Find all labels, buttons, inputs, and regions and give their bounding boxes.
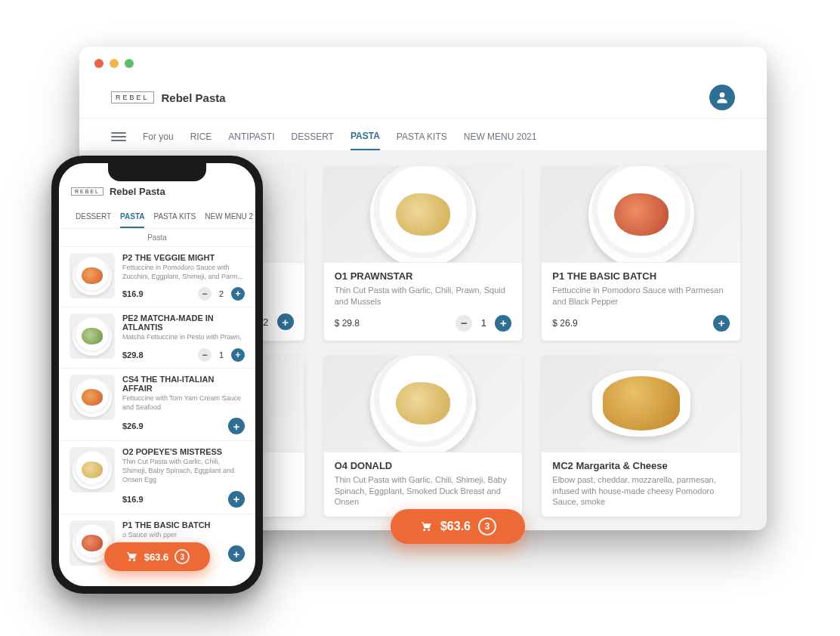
brand: REBEL Rebel Pasta [111,91,226,104]
minimize-dot[interactable] [110,59,119,68]
card-image [324,356,523,452]
card-description: Fettuccine in Pomodoro Sauce with Parmes… [552,285,730,307]
item-description: Thin Cut Pasta with Garlic, Chili, Shime… [122,458,245,484]
card-price: $ 26.9 [552,318,577,329]
account-avatar[interactable] [709,85,735,110]
quantity-value: 1 [480,317,487,329]
card-description: Thin Cut Pasta with Garlic, Chili, Prawn… [335,285,512,307]
item-title: O2 POPEYE'S MISTRESS [122,447,245,456]
card-description: Elbow past, cheddar, mozzarella, parmesa… [552,474,730,508]
item-price: $29.8 [122,350,144,360]
item-price: $26.9 [122,421,144,431]
mobile-tab-dessert[interactable]: DESSERT [76,206,111,228]
quantity-value: 1 [218,350,225,360]
mobile-tab-pasta-kits[interactable]: PASTA KITS [153,206,196,228]
mobile-device: REBEL Rebel Pasta DESSERTPASTAPASTA KITS… [51,156,263,594]
card-title: MC2 Margarita & Cheese [552,460,730,471]
mobile-brand-name: Rebel Pasta [110,186,165,197]
item-description: Matcha Fettuccine in Pesto with Prawn, [122,333,245,342]
decrement-button[interactable]: − [198,348,212,362]
tab-antipasti[interactable]: ANTIPASTI [228,124,274,150]
brand-logo: REBEL [111,91,154,103]
menu-card[interactable]: O4 DONALDThin Cut Pasta with Garlic, Chi… [324,356,523,517]
mobile-tab-new-menu-2[interactable]: NEW MENU 2 [205,206,253,228]
tab-new-menu-2021[interactable]: NEW MENU 2021 [464,124,537,150]
tab-pasta-kits[interactable]: PASTA KITS [397,124,447,150]
phone-notch [108,163,206,181]
increment-button[interactable]: + [231,348,245,362]
card-title: P1 THE BASIC BATCH [552,270,730,282]
mobile-brand-logo: REBEL [71,187,103,196]
menu-card[interactable]: O1 PRAWNSTARThin Cut Pasta with Garlic, … [324,166,523,341]
cart-icon [419,520,433,533]
svg-point-0 [720,92,725,97]
add-button[interactable]: + [228,418,245,434]
menu-card[interactable]: P1 THE BASIC BATCHFettuccine in Pomodoro… [542,166,740,341]
section-label: Pasta [59,229,255,246]
window-controls [79,47,767,68]
category-tabs: For youRICEANTIPASTIDESSERTPASTAPASTA KI… [79,118,767,151]
decrement-button[interactable]: − [198,287,212,301]
item-title: P2 THE VEGGIE MIGHT [122,253,245,262]
decrement-button[interactable]: − [456,315,472,332]
item-description: o Sauce with pper [122,531,245,540]
cart-icon [125,550,138,563]
item-description: Fettuccine in Pomodoro Sauce with Zucchi… [122,264,245,281]
user-icon [715,90,730,105]
tab-dessert[interactable]: DESSERT [291,124,333,150]
card-image [542,356,740,452]
card-price: $ 29.8 [335,318,360,329]
brand-name: Rebel Pasta [162,91,226,104]
menu-icon[interactable] [111,132,126,141]
add-button[interactable]: + [228,491,245,508]
item-image [69,253,115,298]
card-image [542,166,740,263]
close-dot[interactable] [94,59,103,68]
cart-button[interactable]: $63.6 3 [391,509,525,544]
card-image [324,166,523,263]
tab-rice[interactable]: RICE [190,124,212,150]
item-image [69,375,115,420]
zoom-dot[interactable] [125,59,134,68]
add-button[interactable]: + [713,315,730,332]
item-image [69,447,115,492]
quantity-value: 2 [218,289,225,298]
increment-button[interactable]: + [277,313,294,330]
list-item[interactable]: P2 THE VEGGIE MIGHTFettuccine in Pomodor… [59,246,255,307]
card-title: O4 DONALD [335,460,512,471]
mobile-cart-button[interactable]: $63.6 3 [104,542,210,571]
item-description: Fettuccine with Tom Yam Cream Sauce and … [122,394,245,412]
mobile-item-list: P2 THE VEGGIE MIGHTFettuccine in Pomodor… [59,246,255,572]
item-title: CS4 THE THAI-ITALIAN AFFAIR [122,375,245,393]
menu-card[interactable]: MC2 Margarita & CheeseElbow past, chedda… [542,356,740,517]
increment-button[interactable]: + [231,287,245,301]
tab-pasta[interactable]: PASTA [351,123,380,150]
mobile-tabs: DESSERTPASTAPASTA KITSNEW MENU 2 [59,203,255,229]
mobile-tab-pasta[interactable]: PASTA [120,206,144,228]
item-title: P1 THE BASIC BATCH [122,520,245,529]
list-item[interactable]: PE2 MATCHA-MADE IN ATLANTISMatcha Fettuc… [59,307,255,368]
card-description: Thin Cut Pasta with Garlic, Chili, Shime… [335,474,512,508]
tab-for-you[interactable]: For you [143,124,174,150]
item-price: $16.9 [122,289,144,298]
item-price: $16.9 [122,495,144,504]
cart-count: 3 [478,517,496,536]
quantity-value: 2 [262,316,270,328]
item-image [69,313,115,359]
increment-button[interactable]: + [495,315,511,332]
list-item[interactable]: O2 POPEYE'S MISTRESSThin Cut Pasta with … [59,440,255,513]
add-button[interactable]: + [228,545,245,562]
mobile-cart-total: $63.6 [144,551,169,563]
card-title: O1 PRAWNSTAR [335,270,512,282]
item-title: PE2 MATCHA-MADE IN ATLANTIS [122,313,245,332]
mobile-cart-count: 3 [174,549,190,564]
list-item[interactable]: CS4 THE THAI-ITALIAN AFFAIRFettuccine wi… [59,368,255,440]
cart-total: $63.6 [440,520,471,533]
